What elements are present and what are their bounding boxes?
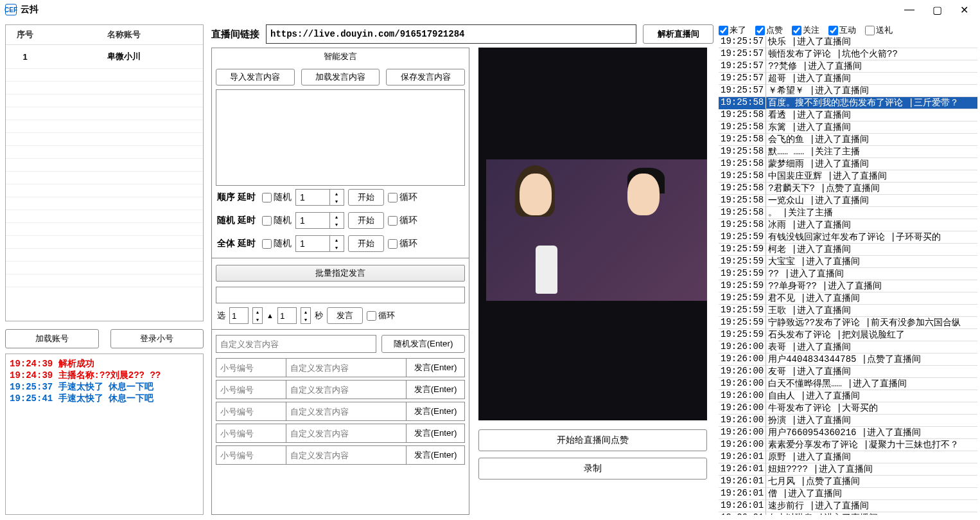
url-input[interactable] bbox=[266, 24, 636, 44]
message-row[interactable]: 19:26:00牛哥发布了评论 |大哥买的 bbox=[719, 402, 977, 415]
close-button[interactable]: ✕ bbox=[960, 4, 968, 16]
sel-value-input[interactable] bbox=[229, 307, 249, 324]
login-alt-button[interactable]: 登录小号 bbox=[110, 329, 204, 348]
message-row[interactable]: 19:26:00自由人 |进入了直播间 bbox=[719, 390, 977, 402]
message-row[interactable]: 19:25:59?? |进入了直播间 bbox=[719, 268, 977, 280]
message-row[interactable]: 19:25:57￥希望￥ |进入了直播间 bbox=[719, 85, 977, 97]
alt-msg-input[interactable] bbox=[286, 445, 407, 465]
delay-random-checkbox[interactable] bbox=[262, 216, 272, 226]
message-row[interactable]: 19:26:01七月风 |点赞了直播间 bbox=[719, 476, 977, 488]
message-row[interactable]: 19:26:00表哥 |进入了直播间 bbox=[719, 341, 977, 354]
alt-speak-button[interactable]: 发言(Enter) bbox=[406, 358, 465, 377]
record-button[interactable]: 录制 bbox=[478, 458, 707, 480]
maximize-button[interactable]: ▢ bbox=[932, 4, 942, 16]
delay-start-button[interactable]: 开始 bbox=[348, 212, 384, 229]
message-row[interactable]: 19:25:59大宝宝 |进入了直播间 bbox=[719, 256, 977, 268]
load-account-button[interactable]: 加载账号 bbox=[5, 329, 99, 348]
message-row[interactable]: 19:25:58一览众山 |进入了直播间 bbox=[719, 195, 977, 207]
batch-speak-input[interactable] bbox=[216, 287, 465, 303]
delay-start-button[interactable]: 开始 bbox=[348, 189, 384, 206]
save-speak-button[interactable]: 保存发言内容 bbox=[386, 69, 465, 85]
delay-random-checkbox[interactable] bbox=[262, 239, 272, 249]
load-speak-button[interactable]: 加载发言内容 bbox=[301, 69, 380, 85]
alt-id-input[interactable] bbox=[216, 380, 286, 399]
message-row[interactable]: 19:25:58东篱 |进入了直播间 bbox=[719, 121, 977, 134]
alt-speak-button[interactable]: 发言(Enter) bbox=[406, 380, 465, 399]
parse-url-button[interactable]: 解析直播间 bbox=[643, 24, 713, 44]
message-list[interactable]: 19:25:57快乐 |进入了直播间19:25:57顿悟发布了评论 |坑他个火箭… bbox=[719, 36, 977, 515]
message-row[interactable]: 19:25:59有钱没钱回家过年发布了评论 |子环哥买的 bbox=[719, 231, 977, 244]
message-row[interactable]: 19:26:01妞妞???? |进入了直播间 bbox=[719, 463, 977, 476]
delay-random-checkbox[interactable] bbox=[262, 193, 272, 202]
delay-loop-checkbox[interactable] bbox=[388, 239, 398, 249]
message-row[interactable]: 19:26:00用户4404834344785 |点赞了直播间 bbox=[719, 354, 977, 366]
message-row[interactable]: 19:25:59宁静致远??发布了评论 |前天有没参加六国合纵 bbox=[719, 317, 977, 329]
start-like-button[interactable]: 开始给直播间点赞 bbox=[478, 429, 707, 451]
filter-come-checkbox[interactable] bbox=[719, 26, 728, 35]
message-row[interactable]: 19:25:57快乐 |进入了直播间 bbox=[719, 36, 977, 48]
batch-speak-button[interactable]: 批量指定发言 bbox=[216, 265, 465, 282]
message-row[interactable]: 19:26:01速步前行 |进入了直播间 bbox=[719, 500, 977, 512]
message-row[interactable]: 19:26:00白天不懂晔得黑…… |进入了直播间 bbox=[719, 378, 977, 390]
delay-input[interactable] bbox=[296, 238, 329, 249]
delay-loop-checkbox[interactable] bbox=[388, 193, 398, 202]
filter-gift-checkbox[interactable] bbox=[865, 26, 875, 35]
message-row[interactable]: 19:25:57顿悟发布了评论 |坑他个火箭?? bbox=[719, 48, 977, 60]
filter-interact-checkbox[interactable] bbox=[828, 26, 838, 35]
message-row[interactable]: 19:25:57??梵修 |进入了直播间 bbox=[719, 60, 977, 73]
alt-msg-input[interactable] bbox=[286, 402, 407, 421]
delay-spinner[interactable]: ▴▾ bbox=[295, 235, 344, 252]
message-row[interactable]: 19:25:58?君麟天下? |点赞了直播间 bbox=[719, 183, 977, 195]
alt-msg-input[interactable] bbox=[286, 424, 407, 443]
alt-msg-input[interactable] bbox=[286, 358, 407, 377]
message-row[interactable]: 19:25:58中国裴庄亚辉 |进入了直播间 bbox=[719, 170, 977, 183]
message-row[interactable]: 19:25:58默…… …… |关注了主播 bbox=[719, 146, 977, 158]
filter-like-checkbox[interactable] bbox=[755, 26, 765, 35]
alt-msg-input[interactable] bbox=[286, 380, 407, 399]
alt-id-input[interactable] bbox=[216, 402, 286, 421]
alt-speak-button[interactable]: 发言(Enter) bbox=[406, 445, 465, 465]
message-row[interactable]: 19:25:59柯老 |进入了直播间 bbox=[719, 244, 977, 256]
sel-loop-checkbox[interactable] bbox=[367, 311, 376, 321]
alt-speak-button[interactable]: 发言(Enter) bbox=[406, 424, 465, 443]
message-row[interactable]: 19:25:58。 |关注了主播 bbox=[719, 207, 977, 219]
message-row[interactable]: 19:25:58看透 |进入了直播间 bbox=[719, 109, 977, 121]
message-row[interactable]: 19:26:00友哥 |进入了直播间 bbox=[719, 366, 977, 378]
message-row[interactable]: 19:26:00用户7660954360216 |进入了直播间 bbox=[719, 427, 977, 439]
message-row[interactable]: 19:25:58蒙梦细雨 |进入了直播间 bbox=[719, 158, 977, 170]
sel-spinner[interactable]: ▴▾ bbox=[252, 307, 263, 324]
message-row[interactable]: 19:26:00素素爱分享发布了评论 |凝聚力十三妹也打不？ bbox=[719, 439, 977, 451]
delay-input[interactable] bbox=[296, 215, 329, 226]
message-row[interactable]: 19:25:58百度。搜不到我的悲伤发布了评论 |三斤爱带？ bbox=[719, 97, 977, 109]
account-row[interactable]: 1卑微小川 bbox=[6, 45, 203, 68]
sec-value-input[interactable] bbox=[277, 307, 297, 324]
alt-speak-button[interactable]: 发言(Enter) bbox=[406, 402, 465, 421]
delay-loop-checkbox[interactable] bbox=[388, 216, 398, 226]
message-row[interactable]: 19:25:59君不见 |进入了直播间 bbox=[719, 292, 977, 305]
alt-id-input[interactable] bbox=[216, 445, 286, 465]
filter-follow-checkbox[interactable] bbox=[792, 26, 801, 35]
delay-spinner[interactable]: ▴▾ bbox=[295, 189, 344, 206]
custom-speak-input[interactable] bbox=[216, 335, 376, 353]
alt-id-input[interactable] bbox=[216, 424, 286, 443]
message-row[interactable]: 19:25:59王歌 |进入了直播间 bbox=[719, 305, 977, 317]
message-row[interactable]: 19:26:01白山以琳泉 |进入了直播间 bbox=[719, 512, 977, 515]
message-row[interactable]: 19:26:01僧 |进入了直播间 bbox=[719, 488, 977, 500]
message-row[interactable]: 19:26:01原野 |进入了直播间 bbox=[719, 451, 977, 463]
alt-id-input[interactable] bbox=[216, 358, 286, 377]
random-speak-button[interactable]: 随机发言(Enter) bbox=[381, 335, 465, 353]
delay-input[interactable] bbox=[296, 192, 329, 202]
message-row[interactable]: 19:25:58冰雨 |进入了直播间 bbox=[719, 219, 977, 231]
sel-speak-button[interactable]: 发言 bbox=[327, 307, 363, 324]
speak-textarea[interactable] bbox=[216, 89, 465, 186]
message-row[interactable]: 19:26:00扮演 |进入了直播间 bbox=[719, 415, 977, 427]
message-row[interactable]: 19:25:59??单身哥?? |进入了直播间 bbox=[719, 280, 977, 292]
delay-spinner[interactable]: ▴▾ bbox=[295, 212, 344, 229]
message-row[interactable]: 19:25:58会飞的鱼 |进入了直播间 bbox=[719, 134, 977, 146]
message-row[interactable]: 19:25:59石头发布了评论 |把刘晨说脸红了 bbox=[719, 329, 977, 341]
message-row[interactable]: 19:25:57超哥 |进入了直播间 bbox=[719, 73, 977, 85]
minimize-button[interactable]: — bbox=[904, 4, 914, 16]
import-speak-button[interactable]: 导入发言内容 bbox=[216, 69, 295, 85]
sec-spinner[interactable]: ▴▾ bbox=[301, 307, 311, 324]
delay-start-button[interactable]: 开始 bbox=[348, 235, 384, 252]
